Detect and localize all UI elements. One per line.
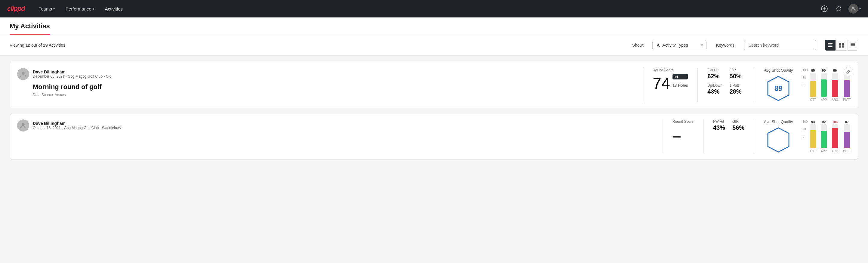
score-badge: +4 <box>673 74 688 80</box>
bar-track <box>844 124 850 148</box>
quality-section: Avg Shot Quality 100 50 0 <box>764 119 851 153</box>
activity-card: Dave Billingham December 05, 2021 - Gog … <box>10 62 858 108</box>
y-tick-0: 0 <box>803 83 808 87</box>
round-score-group: Round Score <box>673 119 693 138</box>
nav-item-teams[interactable]: Teams ▾ <box>35 4 59 14</box>
bar-fill-arg <box>832 80 838 97</box>
quality-label: Avg Shot Quality <box>764 119 793 124</box>
svg-rect-12 <box>850 44 856 45</box>
svg-rect-9 <box>839 46 841 48</box>
user-name: Dave Billingham <box>33 69 111 74</box>
divider <box>703 119 704 153</box>
edit-button[interactable] <box>844 67 853 77</box>
stat-grid: FW Hit 62% GIR 50% Up/Down 43% 1 Putt 28… <box>707 68 744 95</box>
bar-track <box>810 124 816 148</box>
round-score-placeholder <box>673 136 681 138</box>
activity-type-select[interactable]: All Activity Types <box>652 40 707 50</box>
bar-fill <box>844 132 850 148</box>
svg-rect-5 <box>828 45 833 46</box>
bar-fill <box>810 130 816 148</box>
svg-rect-4 <box>828 43 833 44</box>
quality-section: Avg Shot Quality 89 100 50 0 <box>764 68 851 102</box>
y-tick-100: 100 <box>803 68 808 72</box>
bar-bottom-label-arg: ARG <box>832 98 838 101</box>
bar-group-arg: 106 ARG <box>832 120 838 153</box>
bar-fill <box>832 128 838 148</box>
divider <box>643 68 643 102</box>
activity-type-select-wrapper: All Activity Types ▾ <box>652 40 707 50</box>
bar-chart: 100 50 0 94 OTT 92 <box>803 120 851 153</box>
bar-track-ott <box>810 73 816 97</box>
avatar-chevron-icon: ▾ <box>859 7 861 10</box>
user-details: Dave Billingham October 16, 2021 - Gog M… <box>33 121 121 130</box>
gir-stat: GIR 56% <box>732 119 744 131</box>
bar-top-label-ott: 85 <box>811 68 815 72</box>
header-left: clippd Teams ▾ Performance ▾ Activities <box>7 4 127 14</box>
search-input[interactable] <box>744 40 816 50</box>
refresh-icon[interactable] <box>834 4 844 13</box>
bar-bottom-label-putt: PUTT <box>843 98 851 101</box>
avatar <box>848 4 858 13</box>
user-details: Dave Billingham December 05, 2021 - Gog … <box>33 69 111 79</box>
y-tick-50: 50 <box>803 76 808 80</box>
page-title: My Activities <box>10 22 50 30</box>
svg-rect-8 <box>842 43 844 45</box>
bar-top-label-app: 90 <box>822 68 826 72</box>
bar-top-label-arg: 89 <box>833 68 837 72</box>
divider <box>698 68 698 102</box>
gir-stat: GIR 50% <box>730 68 744 80</box>
bar-track <box>821 124 827 148</box>
bar-top-label: 87 <box>845 120 849 124</box>
bar-chart: 100 50 0 85 OTT 90 <box>803 68 851 101</box>
main-content: Dave Billingham December 05, 2021 - Gog … <box>0 56 868 171</box>
user-date: October 16, 2021 - Gog Magog Golf Club -… <box>33 126 121 130</box>
round-score-group: Round Score 74 +4 18 Holes <box>653 68 688 91</box>
bar-track-arg <box>832 73 838 97</box>
logo[interactable]: clippd <box>7 5 25 12</box>
view-list-button[interactable] <box>825 40 836 51</box>
quality-block: Avg Shot Quality <box>764 119 793 153</box>
bar-fill <box>821 131 827 148</box>
stat-grid: FW Hit 43% GIR 56% <box>713 119 744 131</box>
y-tick-50: 50 <box>803 127 808 131</box>
bar-top-label: 92 <box>822 120 826 124</box>
svg-point-17 <box>22 123 25 126</box>
round-score-bar <box>673 125 693 138</box>
page-title-container: My Activities <box>10 18 50 35</box>
bar-top-label: 94 <box>811 120 815 124</box>
nav: Teams ▾ Performance ▾ Activities <box>35 4 127 14</box>
updown-stat: Up/Down 43% <box>707 83 722 95</box>
one-putt-stat: 1 Putt 28% <box>730 83 744 95</box>
data-source: Data Source: Arccos <box>33 93 633 97</box>
nav-item-activities[interactable]: Activities <box>101 4 127 14</box>
svg-point-15 <box>22 71 25 75</box>
header-right: ▾ <box>819 4 861 13</box>
bar-track <box>832 124 838 148</box>
nav-item-performance[interactable]: Performance ▾ <box>61 4 98 14</box>
quality-block: Avg Shot Quality 89 <box>764 68 793 102</box>
svg-rect-10 <box>842 46 844 48</box>
show-label: Show: <box>632 43 644 48</box>
user-info: Dave Billingham December 05, 2021 - Gog … <box>17 68 633 80</box>
add-icon[interactable] <box>819 4 829 13</box>
view-grid-button[interactable] <box>836 40 847 51</box>
divider <box>754 68 754 102</box>
svg-rect-7 <box>839 43 841 45</box>
user-info: Dave Billingham October 16, 2021 - Gog M… <box>17 119 653 132</box>
bar-label: ARG <box>832 150 838 153</box>
bars-container: 94 OTT 92 APP 106 <box>810 120 851 153</box>
avatar-button[interactable]: ▾ <box>848 4 861 13</box>
hexagon-icon <box>765 126 792 153</box>
sub-header: My Activities <box>0 18 868 35</box>
bar-bottom-label-app: APP <box>821 98 827 101</box>
bar-top-label: 106 <box>832 120 838 124</box>
viewing-text: Viewing 12 out of 29 Activities <box>10 43 626 48</box>
bar-group-putt: 87 PUTT <box>843 120 851 153</box>
bar-group-ott: 94 OTT <box>810 120 816 153</box>
divider <box>754 119 754 153</box>
bar-label: PUTT <box>843 150 851 153</box>
teams-chevron-icon: ▾ <box>53 7 55 10</box>
view-compact-button[interactable] <box>847 40 858 51</box>
bar-track-putt <box>844 73 850 97</box>
quality-label: Avg Shot Quality <box>764 68 793 72</box>
